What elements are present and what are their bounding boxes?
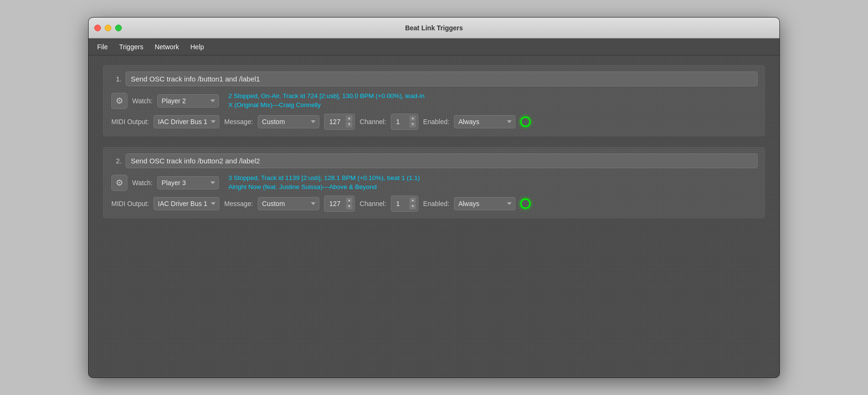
midi-output-select-2[interactable]: IAC Driver Bus 1 IAC Driver Bus 2: [154, 197, 219, 210]
status-indicator-1: [520, 117, 531, 127]
spinner-value-2: 127: [329, 200, 340, 207]
trigger-name-input-1[interactable]: [126, 72, 758, 86]
spinner-down-2[interactable]: ▼: [346, 204, 353, 209]
trigger-title-row-1: 1.: [110, 72, 758, 86]
spinner-up-1[interactable]: ▲: [346, 116, 353, 121]
spinner-up-2[interactable]: ▲: [346, 198, 353, 203]
message-select-1[interactable]: Custom Note CC: [258, 115, 319, 128]
channel-spinner-2: 1 ▲ ▼: [391, 196, 418, 212]
trigger-card-1: 1. ⚙ Watch: Player 2 Any Player Player 1…: [103, 65, 765, 136]
status-line2-1: X (Original Mix)—Craig Connelly: [228, 101, 321, 108]
window-title: Beat Link Triggers: [405, 24, 463, 32]
midi-output-label-2: MIDI Output:: [111, 200, 149, 207]
watch-label-2: Watch:: [132, 179, 153, 187]
message-select-2[interactable]: Custom Note CC: [258, 197, 319, 210]
gear-button-2[interactable]: ⚙: [111, 175, 127, 191]
channel-value-2: 1: [396, 200, 400, 207]
main-window: Beat Link Triggers File Triggers Network…: [88, 17, 780, 378]
menu-network[interactable]: Network: [150, 41, 183, 53]
trigger-number-2: 2.: [110, 157, 122, 165]
number-spinner-2: 127 ▲ ▼: [324, 196, 355, 212]
channel-up-2[interactable]: ▲: [409, 198, 416, 203]
channel-label-1: Channel:: [360, 118, 386, 126]
enabled-select-2[interactable]: Always Never On-Air Custom: [454, 197, 515, 210]
channel-label-2: Channel:: [360, 200, 386, 207]
traffic-lights: [94, 25, 122, 31]
menu-file[interactable]: File: [92, 41, 113, 53]
maximize-button[interactable]: [115, 25, 122, 31]
status-line2-2: Alright Now (feat. Justine Suissa)—Above…: [228, 183, 377, 190]
status-display-1: 2 Stopped, On-Air, Track id 724 [2:usb],…: [228, 92, 425, 110]
watch-label-1: Watch:: [132, 97, 153, 105]
status-line1-1: 2 Stopped, On-Air, Track id 724 [2:usb],…: [228, 92, 425, 99]
midi-row-2: MIDI Output: IAC Driver Bus 1 IAC Driver…: [110, 196, 758, 212]
status-line1-2: 3 Stopped, Track id 1139 [2:usb], 128.1 …: [228, 174, 420, 181]
spinner-arrows-2: ▲ ▼: [346, 198, 353, 209]
trigger-name-input-2[interactable]: [126, 153, 758, 168]
status-indicator-2: [520, 198, 531, 209]
enabled-label-2: Enabled:: [423, 200, 449, 207]
number-spinner-1: 127 ▲ ▼: [324, 114, 355, 130]
trigger-card-2: 2. ⚙ Watch: Player 3 Any Player Player 1…: [103, 147, 765, 218]
gear-button-1[interactable]: ⚙: [111, 93, 127, 109]
watch-row-2: ⚙ Watch: Player 3 Any Player Player 1 Pl…: [110, 174, 758, 192]
title-bar: Beat Link Triggers: [89, 18, 779, 38]
message-label-1: Message:: [224, 118, 253, 126]
enabled-select-1[interactable]: Always Never On-Air Custom: [454, 115, 515, 128]
minimize-button[interactable]: [105, 25, 111, 31]
channel-spinner-1: 1 ▲ ▼: [391, 114, 418, 130]
menu-bar: File Triggers Network Help: [89, 38, 779, 55]
channel-arrows-2: ▲ ▼: [409, 198, 416, 209]
main-content: 1. ⚙ Watch: Player 2 Any Player Player 1…: [89, 55, 779, 377]
spinner-value-1: 127: [329, 118, 340, 126]
message-label-2: Message:: [224, 200, 253, 207]
trigger-title-row-2: 2.: [110, 153, 758, 168]
channel-up-1[interactable]: ▲: [409, 116, 416, 121]
channel-value-1: 1: [396, 118, 400, 126]
midi-row-1: MIDI Output: IAC Driver Bus 1 IAC Driver…: [110, 114, 758, 130]
midi-output-select-1[interactable]: IAC Driver Bus 1 IAC Driver Bus 2: [154, 115, 219, 128]
status-display-2: 3 Stopped, Track id 1139 [2:usb], 128.1 …: [228, 174, 420, 192]
trigger-number-1: 1.: [110, 75, 122, 83]
midi-output-label-1: MIDI Output:: [111, 118, 149, 126]
close-button[interactable]: [94, 25, 101, 31]
channel-arrows-1: ▲ ▼: [409, 116, 416, 127]
channel-down-1[interactable]: ▼: [409, 122, 416, 127]
watch-row-1: ⚙ Watch: Player 2 Any Player Player 1 Pl…: [110, 92, 758, 110]
menu-help[interactable]: Help: [186, 41, 209, 53]
menu-triggers[interactable]: Triggers: [115, 41, 148, 53]
channel-down-2[interactable]: ▼: [409, 204, 416, 209]
enabled-label-1: Enabled:: [423, 118, 449, 126]
spinner-down-1[interactable]: ▼: [346, 122, 353, 127]
spinner-arrows-1: ▲ ▼: [346, 116, 353, 127]
watch-select-1[interactable]: Player 2 Any Player Player 1 Player 3 Pl…: [157, 94, 219, 108]
watch-select-2[interactable]: Player 3 Any Player Player 1 Player 2 Pl…: [157, 176, 219, 189]
